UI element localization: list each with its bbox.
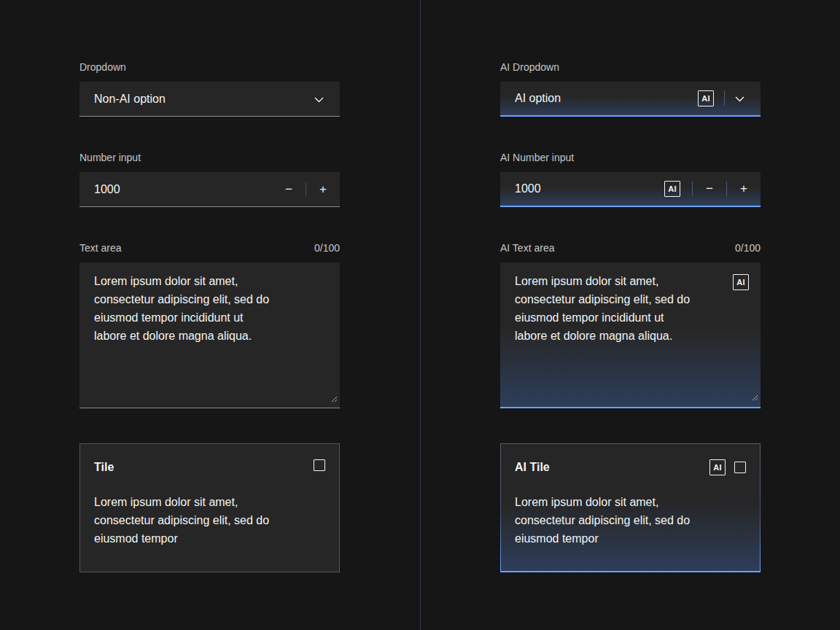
dropdown-value: Non-AI option: [94, 93, 314, 106]
decrement-button[interactable]: −: [272, 172, 306, 206]
ai-tile-actions: AI: [709, 459, 746, 475]
number-input-group: Number input 1000 − +: [79, 152, 340, 207]
badge-divider: [724, 91, 725, 106]
ai-dropdown-group: AI Dropdown AI option AI: [500, 61, 761, 117]
text-area-label-row: Text area 0/100: [79, 242, 340, 254]
tile-actions: [314, 459, 325, 471]
increment-button[interactable]: +: [727, 172, 761, 206]
text-area[interactable]: Lorem ipsum dolor sit amet, consectetur …: [79, 262, 340, 408]
ai-tile-header: AI Tile AI: [515, 459, 746, 475]
ai-number-input: 1000 AI − +: [500, 172, 761, 207]
chevron-down-icon: [314, 93, 324, 106]
tile[interactable]: Tile Lorem ipsum dolor sit amet, consect…: [79, 443, 340, 572]
ai-tile-title: AI Tile: [515, 459, 550, 475]
ai-dropdown[interactable]: AI option AI: [500, 82, 761, 117]
character-counter: 0/100: [735, 242, 761, 254]
ai-number-input-label: AI Number input: [500, 152, 761, 163]
ai-dropdown-label: AI Dropdown: [500, 61, 761, 73]
ai-text-area-label: AI Text area: [500, 242, 554, 254]
number-input-label: Number input: [79, 152, 340, 163]
dropdown-label: Dropdown: [79, 61, 340, 73]
ai-dropdown-controls: AI: [698, 90, 744, 106]
ai-tile-body: Lorem ipsum dolor sit amet, consectetur …: [515, 493, 746, 548]
ai-tile[interactable]: AI Tile AI Lorem ipsum dolor sit amet, c…: [500, 443, 761, 572]
increment-button[interactable]: +: [306, 172, 340, 206]
ai-text-area-group: AI Text area 0/100 Lorem ipsum dolor sit…: [500, 242, 761, 408]
ai-label-badge[interactable]: AI: [709, 459, 726, 475]
ai-label-badge[interactable]: AI: [733, 274, 749, 290]
text-area-group: Text area 0/100 Lorem ipsum dolor sit am…: [79, 242, 340, 408]
tile-body: Lorem ipsum dolor sit amet, consectetur …: [94, 493, 325, 548]
ai-text-area-label-row: AI Text area 0/100: [500, 242, 761, 254]
tile-title: Tile: [94, 459, 114, 475]
text-area-label: Text area: [79, 242, 122, 254]
number-input: 1000 − +: [79, 172, 340, 207]
checkbox[interactable]: [314, 459, 325, 471]
ai-number-input-group: AI Number input 1000 AI − +: [500, 152, 761, 207]
text-area-value: Lorem ipsum dolor sit amet, consectetur …: [94, 272, 313, 345]
ai-label-badge[interactable]: AI: [664, 181, 680, 197]
dropdown-group: Dropdown Non-AI option: [79, 61, 340, 117]
ai-text-area-value: Lorem ipsum dolor sit amet, consectetur …: [515, 272, 734, 345]
resize-handle-icon[interactable]: [751, 391, 758, 404]
non-ai-column: Dropdown Non-AI option Number input 1000…: [0, 0, 420, 630]
page: Dropdown Non-AI option Number input 1000…: [0, 0, 840, 630]
decrement-button[interactable]: −: [693, 172, 726, 206]
character-counter: 0/100: [314, 242, 340, 254]
dropdown[interactable]: Non-AI option: [79, 82, 340, 117]
number-input-value[interactable]: 1000: [94, 183, 272, 196]
chevron-down-icon: [735, 92, 744, 105]
ai-text-area[interactable]: Lorem ipsum dolor sit amet, consectetur …: [500, 262, 761, 408]
ai-label-badge[interactable]: AI: [698, 90, 714, 106]
ai-dropdown-value: AI option: [515, 92, 698, 105]
ai-column: AI Dropdown AI option AI AI Number input…: [420, 0, 840, 630]
ai-number-input-value[interactable]: 1000: [515, 182, 664, 195]
resize-handle-icon[interactable]: [330, 392, 338, 405]
checkbox[interactable]: [734, 462, 746, 473]
tile-header: Tile: [94, 459, 325, 475]
